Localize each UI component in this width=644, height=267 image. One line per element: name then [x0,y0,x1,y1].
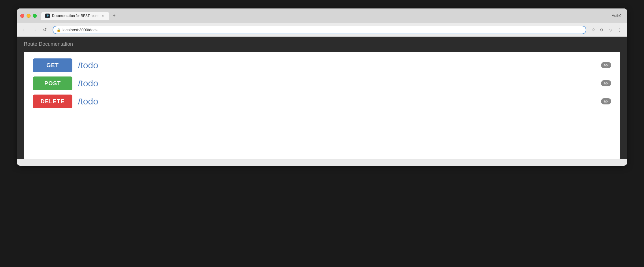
lock-icon: 🔒 [57,28,61,32]
tab-close-button[interactable]: × [101,14,105,18]
tab-title: Documentation for REST route [52,14,98,18]
nav-bar: ← → ↺ 🔒 localhost:3000/docs ☆ ⚙ ▽ ⋮ [17,23,627,37]
route-row[interactable]: GET /todo api [33,58,611,72]
maximize-button[interactable] [33,14,37,18]
page-body: GET /todo api POST /todo api DELETE /tod… [24,52,620,159]
close-button[interactable] [20,14,24,18]
account-button[interactable]: ▽ [607,26,615,34]
browser-profile: Auth0 [612,14,624,18]
tab-favicon: ⚛ [45,14,50,18]
traffic-lights [20,14,37,18]
route-path-delete: /todo [78,96,595,107]
method-badge-post: POST [33,76,72,90]
api-tag-delete: api [601,98,611,104]
route-row[interactable]: DELETE /todo api [33,95,611,108]
address-bar[interactable]: 🔒 localhost:3000/docs [53,26,586,34]
method-badge-get: GET [33,58,72,72]
bookmark-button[interactable]: ☆ [591,27,595,32]
page-content: Route Documentation GET /todo api POST /… [17,37,627,159]
page-header: Route Documentation [17,37,627,52]
browser-window: ⚛ Documentation for REST route × + Auth0… [17,8,627,166]
active-tab[interactable]: ⚛ Documentation for REST route × [41,12,109,20]
route-row[interactable]: POST /todo api [33,76,611,90]
route-path-post: /todo [78,78,595,89]
refresh-button[interactable]: ↺ [41,26,49,34]
extensions-button[interactable]: ⚙ [598,26,606,34]
menu-button[interactable]: ⋮ [616,26,624,34]
new-tab-button[interactable]: + [110,12,118,20]
minimize-button[interactable] [27,14,31,18]
api-tag-get: api [601,62,611,68]
page-title: Route Documentation [24,41,620,47]
route-path-get: /todo [78,60,595,71]
method-badge-delete: DELETE [33,95,72,108]
api-tag-post: api [601,80,611,86]
back-button[interactable]: ← [20,26,28,34]
nav-actions: ⚙ ▽ ⋮ [598,26,624,34]
forward-button[interactable]: → [31,26,38,34]
title-bar: ⚛ Documentation for REST route × + Auth0 [17,8,627,23]
route-list: GET /todo api POST /todo api DELETE /tod… [33,58,611,108]
tab-area: ⚛ Documentation for REST route × + [41,12,610,20]
address-text: localhost:3000/docs [62,28,582,32]
